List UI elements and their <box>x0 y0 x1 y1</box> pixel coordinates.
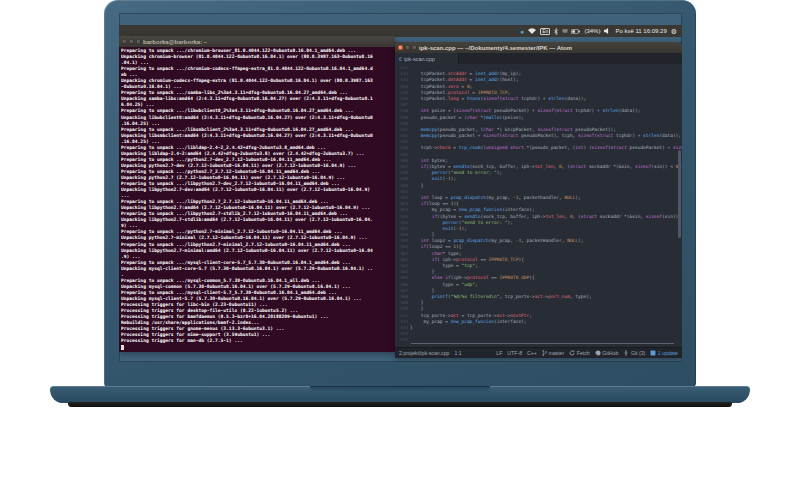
minimize-icon[interactable] <box>129 39 134 44</box>
branch-icon <box>542 350 547 356</box>
status-bar: 2.projekt/ipk-scan.cpp 1:1 LFUTF-8C++mas… <box>395 347 682 358</box>
terminal-window: barborka@barborka: ~ Preparing to unpack… <box>119 36 395 352</box>
terminal-titlebar[interactable]: barborka@barborka: ~ <box>119 36 395 47</box>
wifi-icon[interactable] <box>528 28 536 34</box>
keyboard-layout-indicator[interactable]: En <box>540 28 550 35</box>
close-icon[interactable] <box>122 39 127 44</box>
close-icon[interactable] <box>398 45 403 50</box>
horizontal-scrollbar[interactable] <box>411 343 674 344</box>
battery-icon[interactable] <box>571 29 580 34</box>
atom-title: ipk-scan.cpp — ~/Dokumenty/4.semester/IP… <box>419 45 572 51</box>
status-item-label: UTF-8 <box>507 350 522 356</box>
branch-indicator[interactable]: master <box>542 350 564 356</box>
github-button[interactable]: GitHub <box>595 350 619 356</box>
terminal-cursor <box>121 345 124 350</box>
panel-indicators: ●En✉(34%)Po kvě 11 16:09:29⚙ <box>520 28 677 35</box>
volume-icon[interactable] <box>604 28 611 34</box>
terminal-line: Unpacking libwbclient0:amd64 (2:4.3.11+d… <box>121 115 395 121</box>
terminal-body[interactable]: Preparing to unpack .../chromium-browser… <box>119 47 395 352</box>
line-number: 575 <box>395 337 410 343</box>
desktop-screen: ●En✉(34%)Po kvě 11 16:09:29⚙ barborka@ba… <box>119 13 682 362</box>
indicator-messages-icon[interactable]: ● <box>520 28 524 35</box>
git-icon <box>623 350 629 356</box>
terminal-line: Unpacking libldap-2.4-2:amd64 (2.4.42+df… <box>121 151 395 157</box>
git-tab-button[interactable]: Git (3) <box>623 350 645 356</box>
terminal-line: Unpacking mysql-client-core-5.7 (5.7.30-… <box>121 266 395 272</box>
maximize-icon[interactable] <box>136 39 141 44</box>
battery-percent[interactable]: (34%) <box>584 28 600 34</box>
minimize-icon[interactable] <box>405 45 410 50</box>
maximize-icon[interactable] <box>412 45 417 50</box>
terminal-line: Unpacking samba-libs:amd64 (2:4.3.11+dfs… <box>121 96 395 102</box>
tab-bar: C ipk-scan.cpp <box>395 53 682 64</box>
code-area[interactable]: 531532 tcpPacket.srcAddr = inet_addr(my_… <box>395 64 682 347</box>
atom-window: ipk-scan.cpp — ~/Dokumenty/4.semester/IP… <box>395 42 682 358</box>
status-file-path[interactable]: 2.projekt/ipk-scan.cpp <box>399 350 449 356</box>
status-item-label: C++ <box>527 350 537 356</box>
session-gear-icon[interactable]: ⚙ <box>671 28 677 35</box>
status-item-label: 1 update <box>658 350 678 356</box>
line-ending-indicator[interactable]: LF <box>496 350 502 356</box>
laptop-mockup: ●En✉(34%)Po kvě 11 16:09:29⚙ barborka@ba… <box>0 0 800 477</box>
tab-ipk-scan[interactable]: C ipk-scan.cpp <box>395 53 459 64</box>
bluetooth-icon[interactable] <box>554 28 558 35</box>
status-cursor-position[interactable]: 1:1 <box>454 350 461 356</box>
vertical-scrollbar-thumb[interactable] <box>678 150 681 238</box>
code-line: 544 tcph->check = tcp_csum((unsigned sho… <box>395 145 682 151</box>
laptop-thumb-scoop <box>310 386 490 392</box>
status-items: LFUTF-8C++masterFetchGitHubGit (3)1 upda… <box>496 350 678 356</box>
mail-icon[interactable]: ✉ <box>562 28 567 34</box>
terminal-line: Unpacking libpython2.7-minimal:amd64 (2.… <box>121 248 395 254</box>
tab-label: ipk-scan.cpp <box>404 56 435 62</box>
terminal-line: Unpacking python2.7-minimal (2.7.12-1ubu… <box>121 235 395 241</box>
terminal-line: Unpacking libpython2.7-stdlib:amd64 (2.7… <box>121 217 395 223</box>
sync-icon <box>569 350 575 356</box>
terminal-line: Processing triggers for man-db (2.7.5-1)… <box>121 338 395 344</box>
status-item-label: master <box>548 350 564 356</box>
grammar-indicator[interactable]: C++ <box>527 350 537 356</box>
code-line: 542 memcpy(pseudo_packet + sizeof(struct… <box>395 133 682 139</box>
terminal-line: Unpacking chromium-browser (81.0.4044.12… <box>121 54 395 60</box>
laptop-rubber-foot <box>68 402 732 407</box>
cpp-file-icon: C <box>399 56 402 62</box>
fetch-button[interactable]: Fetch <box>569 350 589 356</box>
terminal-line: Unpacking libsmbclient:amd64 (2:4.3.11+d… <box>121 133 395 139</box>
terminal-line: Preparing to unpack .../chromium-codecs-… <box>121 66 395 72</box>
encoding-indicator[interactable]: UTF-8 <box>507 350 522 356</box>
clock[interactable]: Po kvě 11 16:09:29 <box>615 28 666 34</box>
atom-titlebar[interactable]: ipk-scan.cpp — ~/Dokumenty/4.semester/IP… <box>395 42 682 53</box>
laptop-base <box>50 386 750 403</box>
terminal-line: Unpacking libpython2.7-dev:amd64 (2.7.12… <box>121 187 395 193</box>
github-icon <box>595 350 601 356</box>
status-item-label: Git (3) <box>631 350 645 356</box>
status-item-label: Fetch <box>577 350 590 356</box>
update-available-button[interactable]: 1 update <box>650 350 678 356</box>
terminal-title: barborka@barborka: ~ <box>143 39 207 45</box>
status-item-label: GitHub <box>602 350 618 356</box>
package-icon <box>650 350 656 356</box>
status-item-label: LF <box>496 350 502 356</box>
